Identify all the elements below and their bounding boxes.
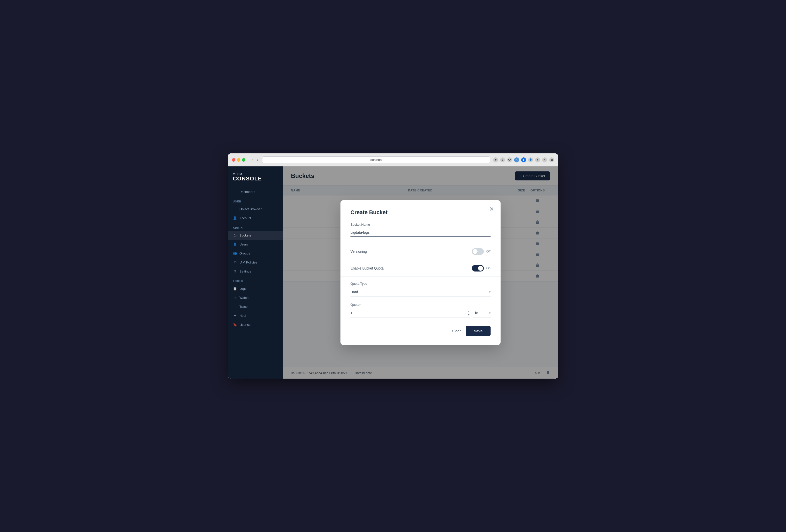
bucket-name-section: Bucket Name [350,223,490,237]
sidebar-item-label: IAM Policies [239,260,257,264]
quota-row: ▲ ▼ TiB GiB MiB KiB [350,308,490,318]
quota-unit-wrapper: TiB GiB MiB KiB ▾ [473,308,490,318]
traffic-lights [232,158,246,162]
sidebar-item-label: Settings [239,270,251,273]
versioning-row: Versioning Off [350,243,490,260]
sidebar-item-groups[interactable]: 👥 Groups [228,249,283,258]
sidebar-item-label: Users [239,242,248,246]
forward-button[interactable]: › [256,157,259,163]
sidebar-item-buckets[interactable]: 🗂 Buckets [228,231,283,240]
sidebar-item-trace[interactable]: ⋮ Trace [228,302,283,311]
users-icon: 👤 [233,242,237,246]
sidebar-item-iam-policies[interactable]: 🏷 IAM Policies [228,258,283,267]
sidebar-item-label: Trace [239,305,248,308]
iam-icon: 🏷 [233,260,237,264]
browser-window: ‹ › localhost ↻ ↓ 🛡 A ℹ 👤 ↑ + ⧉ MIN|O CO… [228,154,558,378]
profile-icon[interactable]: A [514,157,519,162]
modal-close-button[interactable]: ✕ [488,205,495,213]
bucket-name-input[interactable] [350,229,490,237]
groups-icon: 👥 [233,251,237,255]
save-button[interactable]: Save [466,326,490,336]
quota-input[interactable] [350,308,470,318]
sidebar-item-object-browser[interactable]: ☰ Object Browser [228,204,283,213]
sidebar-item-label: Groups [239,252,250,255]
info-icon[interactable]: ℹ [521,157,526,162]
tabs-icon[interactable]: ⧉ [549,157,554,162]
reload-icon[interactable]: ↻ [493,157,498,162]
address-text: localhost [370,158,383,162]
enable-quota-toggle-knob [478,266,483,271]
sidebar-item-label: Logs [239,287,247,291]
sidebar-item-label: License [239,323,251,327]
settings-icon: ⚙ [233,269,237,273]
browser-nav: ‹ › [250,157,259,163]
logo-large: CONSOLE [233,176,278,182]
modal-overlay[interactable]: ✕ Create Bucket Bucket Name Versioning [283,166,558,378]
sidebar-item-label: Buckets [239,233,251,237]
new-tab-icon[interactable]: + [542,157,547,162]
user-icon[interactable]: 👤 [528,157,533,162]
sidebar-item-label: Object Browser [239,207,262,211]
versioning-toggle-knob [472,249,478,254]
sidebar-item-heal[interactable]: ✚ Heal [228,311,283,320]
section-label-tools: TOOLS [228,276,283,284]
close-traffic-light[interactable] [232,158,235,162]
quota-label: Quota* [350,303,490,306]
sidebar: MIN|O CONSOLE ⊞ Dashboard USER ☰ Object … [228,166,283,378]
buckets-icon: 🗂 [233,233,237,237]
modal-actions: Clear Save [350,326,490,336]
quota-type-label: Quota Type [350,282,490,285]
create-bucket-modal: ✕ Create Bucket Bucket Name Versioning [341,200,501,345]
dashboard-icon: ⊞ [233,190,237,194]
sidebar-item-users[interactable]: 👤 Users [228,240,283,249]
watch-icon: ◎ [233,296,237,300]
quota-unit-select[interactable]: TiB GiB MiB KiB [473,308,490,318]
back-button[interactable]: ‹ [250,157,254,163]
versioning-toggle[interactable] [472,248,484,255]
address-bar[interactable]: localhost [262,156,490,163]
sidebar-item-label: Watch [239,296,248,300]
enable-quota-row: Enable Bucket Quota On [350,260,490,277]
sidebar-item-logs[interactable]: 📋 Logs [228,284,283,293]
browser-chrome: ‹ › localhost ↻ ↓ 🛡 A ℹ 👤 ↑ + ⧉ [228,154,558,166]
enable-quota-toggle-right: On [472,265,490,272]
quota-type-select[interactable]: Hard Fifo [350,287,490,297]
quota-stepper-icon[interactable]: ▲ ▼ [467,310,470,316]
sidebar-item-account[interactable]: 👤 Account [228,213,283,223]
app-layout: MIN|O CONSOLE ⊞ Dashboard USER ☰ Object … [228,166,558,378]
clear-button[interactable]: Clear [452,329,461,333]
quota-type-select-wrapper: Hard Fifo ▾ [350,287,490,297]
sidebar-item-label: Heal [239,314,246,318]
sidebar-item-watch[interactable]: ◎ Watch [228,293,283,302]
sidebar-item-license[interactable]: 🔖 License [228,320,283,329]
sidebar-item-dashboard[interactable]: ⊞ Dashboard [228,187,283,196]
minimize-traffic-light[interactable] [237,158,240,162]
section-label-user: USER [228,196,283,204]
sidebar-item-label: Account [239,216,251,220]
license-icon: 🔖 [233,323,237,327]
browser-icons: ↻ ↓ 🛡 A ℹ 👤 ↑ + ⧉ [493,157,554,162]
quota-type-section: Quota Type Hard Fifo ▾ [350,282,490,297]
share-icon[interactable]: ↑ [535,157,540,162]
enable-quota-toggle[interactable] [472,265,484,272]
versioning-label: Versioning [350,250,367,254]
heal-icon: ✚ [233,314,237,318]
shield-icon[interactable]: 🛡 [507,157,512,162]
versioning-toggle-right: Off [472,248,490,255]
maximize-traffic-light[interactable] [242,158,246,162]
modal-title: Create Bucket [350,209,490,216]
logo-small: MIN|O [233,172,278,176]
versioning-status: Off [486,250,490,253]
object-browser-icon: ☰ [233,207,237,211]
trace-icon: ⋮ [233,304,237,308]
quota-input-wrapper: ▲ ▼ [350,308,470,318]
account-icon: 👤 [233,216,237,220]
download-icon[interactable]: ↓ [500,157,505,162]
logo-area: MIN|O CONSOLE [228,166,283,187]
main-content: Buckets + Create Bucket Name Date Create… [283,166,558,378]
close-icon: ✕ [489,206,494,212]
bucket-name-label: Bucket Name [350,223,490,227]
enable-quota-status: On [486,266,490,270]
sidebar-item-label: Dashboard [239,190,255,194]
sidebar-item-settings[interactable]: ⚙ Settings [228,267,283,276]
